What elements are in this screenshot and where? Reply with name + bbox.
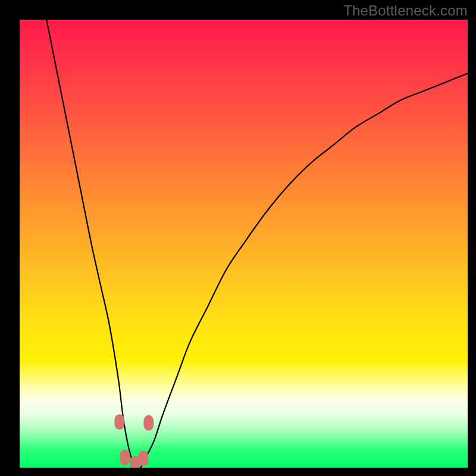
curve-marker	[138, 450, 148, 466]
curve-marker	[114, 414, 124, 430]
plot-area	[20, 20, 468, 468]
curve-layer	[20, 20, 468, 468]
curve-marker	[120, 450, 130, 465]
chart-frame: TheBottleneck.com	[0, 0, 476, 476]
curve-marker	[143, 415, 154, 431]
curve-path	[46, 20, 468, 468]
curve-markers	[114, 414, 154, 468]
bottleneck-curve	[46, 20, 468, 468]
watermark-text: TheBottleneck.com	[343, 2, 468, 19]
